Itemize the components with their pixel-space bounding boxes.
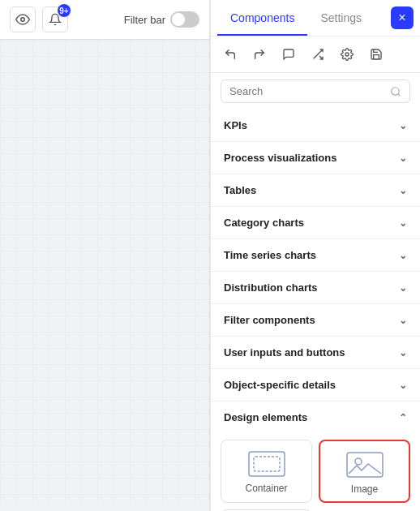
image-icon [345,451,384,479]
settings-gear-button[interactable] [336,43,358,66]
container-icon [247,450,286,478]
accordion-label-kpis: KPIs [224,119,247,131]
container-label: Container [245,483,287,494]
component-card-image[interactable]: Image [319,440,410,503]
accordion-header-kpis[interactable]: KPIs ⌄ [211,110,420,141]
accordion-category-charts: Category charts ⌄ [211,207,420,239]
panel-header: Components Settings × [211,0,420,36]
accordion-header-filter-components[interactable]: Filter components ⌄ [211,304,420,336]
chevron-up-icon: ⌃ [399,412,407,423]
accordion-header-process-viz[interactable]: Process visualizations ⌄ [211,142,420,174]
accordion-label-filter-components: Filter components [224,314,315,326]
accordion-header-user-inputs[interactable]: User inputs and buttons ⌄ [211,337,420,368]
panel-toolbar [211,36,420,73]
accordion-header-tables[interactable]: Tables ⌄ [211,174,420,206]
accordion-header-distribution[interactable]: Distribution charts ⌄ [211,272,420,303]
canvas-grid [0,40,210,502]
accordion-user-inputs: User inputs and buttons ⌄ [211,337,420,369]
accordion-header-category-charts[interactable]: Category charts ⌄ [211,207,420,238]
accordion-label-process-viz: Process visualizations [224,152,336,164]
filter-bar-toggle[interactable]: Components Filter bar [124,11,199,28]
accordion-time-series: Time series charts ⌄ [211,239,420,272]
chevron-down-icon: ⌄ [399,250,407,261]
svg-rect-1 [0,40,210,502]
panel-tabs: Components Settings [217,0,375,36]
search-icon [390,86,401,97]
accordion-label-design-elements: Design elements [224,411,307,423]
accordion-label-tables: Tables [224,184,256,196]
accordion-label-category-charts: Category charts [224,217,304,229]
svg-line-6 [398,93,401,96]
accordion-label-time-series: Time series charts [224,249,316,261]
accordion-object-specific: Object-specific details ⌄ [211,369,420,402]
undo-button[interactable] [219,43,242,66]
filter-bar-text: Filter bar [124,14,165,26]
accordion-design-elements: Design elements ⌃ Container [211,402,420,511]
canvas-area [0,40,209,511]
image-label: Image [351,483,378,495]
svg-point-10 [355,458,362,465]
svg-point-4 [345,53,349,56]
accordion-tables: Tables ⌄ [211,174,420,207]
accordion-header-object-specific[interactable]: Object-specific details ⌄ [211,369,420,401]
accordion-list: KPIs ⌄ Process visualizations ⌄ Tables ⌄… [211,110,420,511]
search-input[interactable] [229,85,385,97]
chevron-down-icon: ⌄ [399,315,407,326]
tab-components[interactable]: Components [217,0,307,36]
filter-bar-switch[interactable] [170,11,199,28]
accordion-kpis: KPIs ⌄ [211,110,420,142]
comment-button[interactable] [277,43,300,66]
tab-settings[interactable]: Settings [307,0,375,36]
component-card-container[interactable]: Container [221,440,312,503]
shuffle-button[interactable] [306,43,329,66]
accordion-header-design-elements[interactable]: Design elements ⌃ [211,402,420,433]
chevron-down-icon: ⌄ [399,185,407,196]
accordion-filter-components: Filter components ⌄ [211,304,420,337]
save-button[interactable] [365,43,388,66]
accordion-label-user-inputs: User inputs and buttons [224,346,345,359]
search-box [211,73,420,110]
accordion-header-time-series[interactable]: Time series charts ⌄ [211,239,420,271]
accordion-process-viz: Process visualizations ⌄ [211,142,420,174]
svg-point-5 [392,87,399,94]
chevron-down-icon: ⌄ [399,217,407,229]
right-panel: Components Settings × [210,0,420,511]
svg-rect-8 [254,457,280,471]
chevron-down-icon: ⌄ [399,347,407,359]
chevron-down-icon: ⌄ [399,282,407,294]
svg-rect-9 [347,453,383,477]
canvas-panel: 9+ Components Filter bar [0,0,210,511]
notification-badge: 9+ [58,4,71,17]
chevron-down-icon: ⌄ [399,120,407,131]
close-button[interactable]: × [391,6,414,29]
search-input-wrap[interactable] [221,79,410,103]
svg-point-0 [21,18,25,22]
eye-button[interactable] [10,6,36,32]
accordion-label-distribution: Distribution charts [224,281,318,294]
left-toolbar: 9+ Components Filter bar [0,0,209,40]
design-elements-content: Container Image [211,433,420,511]
chevron-down-icon: ⌄ [399,380,407,391]
notification-button[interactable]: 9+ [42,6,68,32]
chevron-down-icon: ⌄ [399,152,407,164]
redo-button[interactable] [248,43,271,66]
accordion-label-object-specific: Object-specific details [224,379,336,391]
accordion-distribution: Distribution charts ⌄ [211,272,420,304]
